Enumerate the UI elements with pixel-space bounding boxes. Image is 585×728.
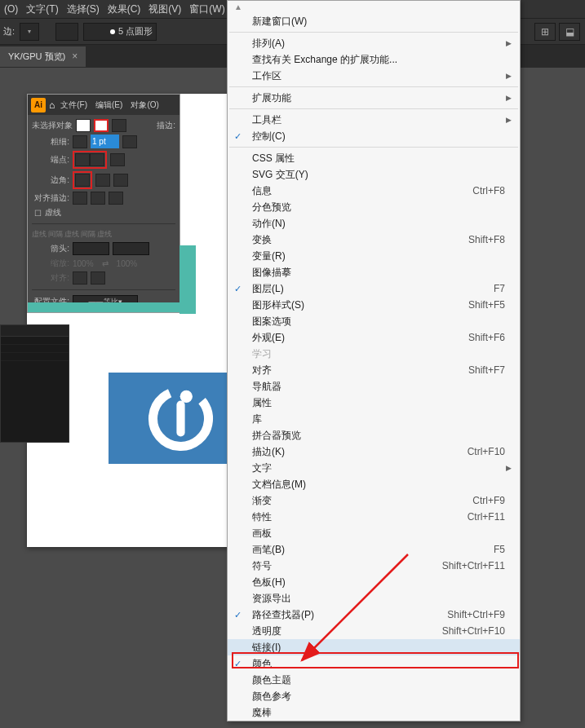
menu-item-label: 颜色	[252, 657, 272, 671]
menu-item[interactable]: 库	[228, 411, 520, 427]
dash-lbl: 虚线	[97, 229, 112, 240]
checkmark-icon: ✓	[234, 284, 242, 294]
menu-item[interactable]: 工具栏▶	[228, 112, 520, 128]
menu-effect[interactable]: 效果(C)	[106, 2, 143, 16]
menu-item-label: 对齐	[252, 364, 272, 377]
swatch-box[interactable]	[55, 23, 78, 41]
menu-item[interactable]: 描边(K)Ctrl+F10	[228, 443, 520, 460]
menu-item[interactable]: 渐变Ctrl+F9	[228, 492, 520, 509]
color-swatch	[112, 119, 126, 132]
shape-field[interactable]: 5 点圆形	[83, 23, 157, 41]
menu-item-label: 学习	[252, 347, 272, 361]
menu-item[interactable]: 透明度Shift+Ctrl+F10	[228, 623, 520, 639]
menu-item[interactable]: 特性Ctrl+F11	[228, 509, 520, 525]
menu-object[interactable]: (O)	[2, 3, 20, 15]
ctrl-icon-1[interactable]: ⊞	[534, 23, 556, 41]
menu-item[interactable]: ✓路径查找器(P)Shift+Ctrl+F9	[228, 607, 520, 623]
cap-buttons-highlight	[73, 151, 107, 169]
menu-item[interactable]: 查找有关 Exchange 的扩展功能...	[228, 51, 520, 68]
menu-item-label: 图形样式(S)	[252, 298, 304, 312]
menu-item[interactable]: ✓颜色	[228, 655, 520, 672]
ctrl-icon-2[interactable]: ⬓	[559, 23, 580, 41]
menu-item-label: 新建窗口(W)	[252, 15, 307, 29]
menu-item[interactable]: 图像描摹	[228, 264, 520, 280]
menu-item[interactable]: 外观(E)Shift+F6	[228, 329, 520, 346]
menu-item-label: 资源导出	[252, 592, 291, 606]
menu-item[interactable]: 属性	[228, 395, 520, 411]
menu-item-label: 动作(N)	[252, 217, 286, 231]
menu-item-shortcut: Ctrl+F10	[468, 446, 505, 457]
menu-item[interactable]: 工作区▶	[228, 68, 520, 84]
menu-item-label: 导航器	[252, 380, 281, 394]
menu-item[interactable]: SVG 交互(Y)	[228, 166, 520, 183]
tab-title: YK/GPU 预览)	[8, 51, 65, 63]
menu-window[interactable]: 窗口(W)	[188, 2, 226, 16]
ai-logo-icon: Ai	[31, 98, 46, 113]
menu-item[interactable]: 对齐Shift+F7	[228, 362, 520, 378]
menu-item[interactable]: 变换Shift+F8	[228, 232, 520, 248]
chevron-right-icon: ▶	[506, 464, 512, 472]
menu-item-label: 图像描摹	[252, 266, 291, 280]
menu-item[interactable]: 分色预览	[228, 199, 520, 215]
menu-item[interactable]: 文档信息(M)	[228, 476, 520, 492]
menu-item[interactable]: 图案选项	[228, 313, 520, 329]
menu-scroll-up-icon[interactable]: ▲	[228, 1, 520, 13]
menu-item-shortcut: F7	[494, 283, 505, 294]
menu-item[interactable]: 资源导出	[228, 590, 520, 607]
menu-separator	[229, 147, 518, 148]
fill-swatch	[76, 119, 91, 132]
scale-label: 缩放:	[32, 258, 69, 269]
chevron-right-icon: ▶	[506, 94, 512, 102]
edge-label: 边:	[3, 25, 15, 38]
menu-item[interactable]: CSS 属性	[228, 150, 520, 166]
cap-label: 端点:	[32, 154, 69, 165]
menu-type[interactable]: 文字(T)	[24, 2, 60, 16]
checkmark-icon: ✓	[234, 659, 242, 669]
menu-item[interactable]: 画板	[228, 525, 520, 541]
menu-item-label: 路径查找器(P)	[252, 608, 314, 622]
menu-item[interactable]: 扩展功能▶	[228, 90, 520, 106]
menu-item-label: 变量(R)	[252, 249, 286, 263]
menu-item[interactable]: 颜色参考	[228, 688, 520, 704]
document-tab[interactable]: YK/GPU 预览) ×	[0, 46, 86, 67]
menu-item[interactable]: 动作(N)	[228, 215, 520, 232]
menu-item[interactable]: 色板(H)	[228, 574, 520, 590]
no-select-label: 未选择对象	[32, 120, 73, 131]
menu-item-label: 扩展功能	[252, 91, 291, 105]
menu-item[interactable]: 新建窗口(W)	[228, 13, 520, 29]
align2-label: 对齐:	[32, 272, 69, 284]
menu-separator	[229, 108, 518, 109]
dashed-label: 虚线	[45, 207, 61, 218]
menu-item[interactable]: 画笔(B)F5	[228, 541, 520, 558]
edge-dropdown[interactable]	[20, 23, 39, 41]
menu-item-label: 图案选项	[252, 315, 291, 329]
menu-item-label: 外观(E)	[252, 331, 285, 345]
menu-item[interactable]: 信息Ctrl+F8	[228, 183, 520, 199]
menu-item[interactable]: 颜色主题	[228, 672, 520, 688]
menu-item[interactable]: 文字▶	[228, 460, 520, 476]
decrease-btn	[73, 135, 87, 148]
checkmark-icon: ✓	[234, 610, 242, 620]
menu-item-label: 画笔(B)	[252, 543, 285, 557]
menu-item[interactable]: 拼合器预览	[228, 427, 520, 443]
increase-btn	[122, 135, 137, 148]
menu-item-shortcut: Shift+Ctrl+F10	[442, 625, 505, 637]
menu-view[interactable]: 视图(V)	[147, 2, 183, 16]
menu-item[interactable]: 图形样式(S)Shift+F5	[228, 297, 520, 313]
tab-close-icon[interactable]: ×	[72, 51, 78, 62]
menu-item-shortcut: Shift+Ctrl+F11	[442, 560, 505, 571]
scale1-val: 100%	[73, 259, 94, 268]
menu-item-shortcut: Shift+Ctrl+F9	[447, 609, 505, 620]
menu-select[interactable]: 选择(S)	[65, 2, 101, 16]
menu-item[interactable]: 变量(R)	[228, 248, 520, 264]
menu-item[interactable]: 排列(A)▶	[228, 35, 520, 51]
menu-item[interactable]: 导航器	[228, 378, 520, 395]
menu-item[interactable]: ✓控制(C)	[228, 128, 520, 144]
menu-item[interactable]: 链接(I)	[228, 639, 520, 655]
menu-item-label: 工作区	[252, 69, 281, 83]
menu-item[interactable]: ✓图层(L)F7	[228, 280, 520, 297]
menu-item[interactable]: 符号Shift+Ctrl+F11	[228, 558, 520, 574]
menu-item-label: 文字	[252, 461, 272, 475]
menu-item[interactable]: 魔棒	[228, 704, 520, 721]
menu-item-shortcut: Shift+F7	[468, 364, 505, 376]
